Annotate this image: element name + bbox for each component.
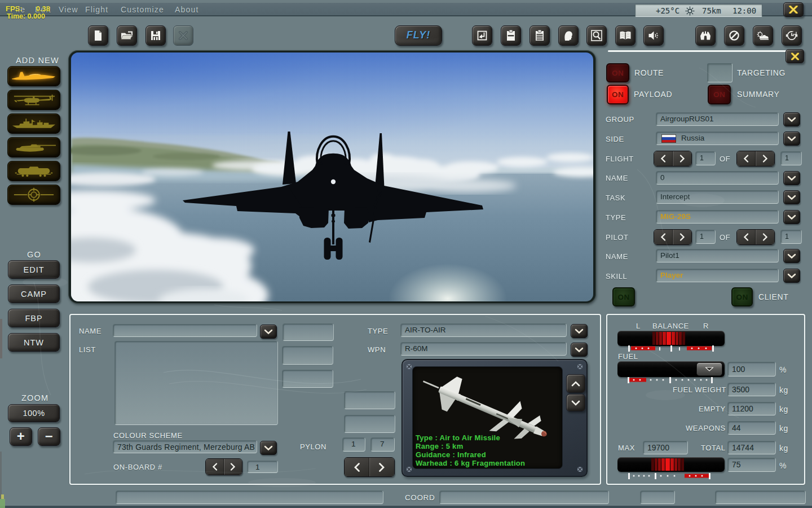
payload-list-box[interactable] [114,341,278,425]
zoom-in-button[interactable]: + [10,427,32,446]
go-ntw-button[interactable]: NTW [8,333,60,352]
pylon-stepper[interactable] [344,457,395,477]
toolbar-time-button[interactable] [782,25,802,46]
fuel-pct-field[interactable]: 100 [727,362,776,376]
name-dropdown-button[interactable] [783,171,800,185]
side-dropdown-button[interactable] [783,132,800,146]
fuel-slider[interactable] [617,361,725,377]
coord-field[interactable] [439,491,609,504]
viewport-3d[interactable] [68,50,596,304]
payload-type-dropdown-button[interactable] [571,324,588,338]
weapon-scroll-up-button[interactable] [566,374,585,393]
pilot-next-button[interactable] [673,230,692,244]
toolbar-sound-button[interactable] [643,25,664,46]
colour-scheme-dropdown-button[interactable] [260,441,277,455]
sidebar-add-airplane-button[interactable] [7,66,60,86]
pilot-prev-button[interactable] [654,230,673,244]
pilot-number-field[interactable]: 1 [695,230,716,244]
total-pct-field[interactable]: 75 [727,458,776,472]
flight-total-field[interactable]: 1 [780,151,802,165]
balance-slider[interactable] [617,331,725,346]
flight-prev-button[interactable] [654,151,673,166]
empty-field[interactable]: 11200 [727,402,776,415]
pylon-prev-button[interactable] [345,458,370,476]
route-toggle[interactable]: ON [606,63,629,82]
fuel-weight-field[interactable]: 3500 [727,383,776,396]
pilot-stepper[interactable] [654,229,692,245]
unit-panel-close-button[interactable] [785,49,804,63]
flight-stepper[interactable] [654,151,692,167]
targeting-toggle[interactable] [707,63,732,82]
window-close-button[interactable] [783,2,804,17]
flight-total-stepper[interactable] [736,151,775,167]
onboard-stepper[interactable] [205,458,242,475]
pilot-total-prev-button[interactable] [737,230,756,244]
total-weight-slider[interactable] [617,457,725,472]
unit-on-toggle[interactable]: ON [612,287,635,306]
summary-toggle[interactable]: ON [708,85,731,104]
toolbar-preview-button[interactable] [586,25,607,46]
client-toggle[interactable]: ON [731,287,753,306]
flight-number-field[interactable]: 1 [695,151,716,165]
payload-type-field[interactable]: AIR-TO-AIR [400,323,567,337]
max-field[interactable]: 19700 [643,441,688,454]
toolbar-briefing-button[interactable] [501,25,521,46]
toolbar-pilots-button[interactable] [558,25,579,46]
pilot-total-field[interactable]: 1 [780,230,802,244]
sidebar-add-helicopter-button[interactable] [7,90,60,110]
flight-next-button[interactable] [673,151,692,166]
onboard-prev-button[interactable] [206,459,224,475]
group-dropdown-button[interactable] [783,112,800,126]
pilot-total-stepper[interactable] [736,229,775,245]
zoom-out-button[interactable]: − [38,427,60,446]
task-field[interactable]: Intercept [656,190,779,204]
toolbar-encyclopedia-button[interactable] [615,25,636,46]
toolbar-restrictions-button[interactable] [724,25,744,46]
menu-item-view[interactable]: View [59,5,78,14]
pilot-name-dropdown-button[interactable] [783,249,800,263]
statusbar-field-2[interactable] [640,491,675,504]
statusbar-field-3[interactable] [715,491,806,504]
toolbar-new-button[interactable] [88,25,108,46]
colour-scheme-field[interactable]: 73th Guards Regiment, Merzeburg AB [113,440,257,453]
toolbar-search-button[interactable] [695,25,716,46]
sidebar-add-vehicle-button[interactable] [7,137,60,157]
pilot-name-field[interactable]: Pilot1 [656,249,779,262]
toolbar-open-button[interactable] [117,25,137,46]
group-field[interactable]: AirgroupRUS01 [656,112,779,126]
type-field[interactable]: MiG-29S [656,210,779,224]
payload-name-dropdown-button[interactable] [260,325,277,339]
menu-item-flight[interactable]: Flight [85,5,108,14]
side-field[interactable]: Russia [656,132,779,145]
toolbar-save-button[interactable] [145,25,166,46]
zoom-level-button[interactable]: 100% [8,404,60,422]
fuel-slider-handle[interactable] [696,362,722,376]
name-field[interactable]: 0 [656,171,779,185]
toolbar-debriefing-button[interactable] [529,25,550,46]
payload-wpn-dropdown-button[interactable] [571,343,588,357]
go-camp-button[interactable]: CAMP [8,284,60,303]
total-field[interactable]: 14744 [727,441,776,454]
sidebar-add-static-button[interactable] [7,185,60,205]
go-edit-button[interactable]: EDIT [8,260,60,279]
pilot-total-next-button[interactable] [756,230,775,244]
weapons-field[interactable]: 44 [727,421,776,435]
payload-name-field[interactable] [113,324,257,337]
skill-field[interactable]: Player [656,269,779,282]
toolbar-generate-button[interactable] [472,25,492,46]
task-dropdown-button[interactable] [783,190,800,204]
type-dropdown-button[interactable] [783,210,800,224]
payload-toggle[interactable]: ON [607,85,629,104]
fly-button[interactable]: FLY! [395,25,442,46]
payload-wpn-field[interactable]: R-60M [400,342,567,356]
sidebar-add-train-button[interactable] [7,161,60,181]
pylon-next-button[interactable] [370,458,395,476]
onboard-field[interactable]: 1 [247,461,278,473]
menu-item-customize[interactable]: Customize [121,5,164,14]
onboard-next-button[interactable] [224,459,242,475]
go-fbp-button[interactable]: FBP [8,309,60,327]
skill-dropdown-button[interactable] [783,269,800,283]
flight-total-next-button[interactable] [756,151,775,166]
weapon-scroll-down-button[interactable] [566,394,585,411]
toolbar-weather-button[interactable] [753,25,773,46]
